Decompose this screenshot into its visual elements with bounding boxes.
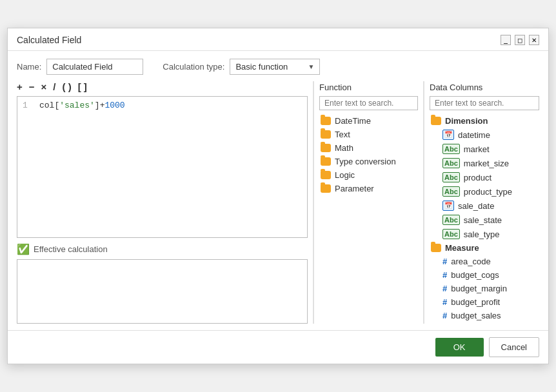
- function-item-logic[interactable]: Logic: [319, 168, 418, 182]
- chevron-down-icon: ▼: [308, 63, 315, 70]
- calc-type-select[interactable]: Basic function ▼: [230, 59, 320, 75]
- hash-icon: #: [442, 311, 447, 320]
- formula-editor[interactable]: 1 col['sales']+1000: [17, 96, 308, 238]
- col-name: product_type: [464, 187, 512, 197]
- main-area: + − × / ( ) [ ] 1 col['sales']+1000 ✅: [17, 81, 539, 324]
- calculated-field-dialog: Calculated Field ⎯ ◻ ✕ Name: Calculation…: [7, 28, 549, 364]
- function-search-input[interactable]: [319, 96, 418, 110]
- function-item-label: Type conversion: [335, 157, 396, 166]
- col-name: budget_cogs: [451, 270, 499, 280]
- col-item-budget-profit[interactable]: # budget_profit: [430, 295, 539, 309]
- col-item-area-code[interactable]: # area_code: [430, 255, 539, 268]
- description-box[interactable]: [17, 259, 308, 324]
- data-columns-panel: Data Columns Dimension 📅 datetime Abc ma…: [424, 81, 539, 324]
- abc-icon: Abc: [442, 144, 460, 154]
- check-circle-icon: ✅: [17, 243, 30, 255]
- multiply-button[interactable]: ×: [41, 81, 47, 92]
- function-item-math[interactable]: Math: [319, 141, 418, 155]
- col-name: product: [464, 173, 491, 182]
- status-row: ✅ Effective calculation: [17, 243, 308, 255]
- col-item-product-type[interactable]: Abc product_type: [430, 184, 539, 199]
- dialog-title: Calculated Field: [17, 35, 81, 45]
- abc-icon: Abc: [442, 229, 460, 239]
- dialog-footer: OK Cancel: [8, 330, 548, 364]
- name-input[interactable]: [46, 59, 143, 75]
- function-panel: Function DateTime Text Math: [314, 81, 424, 324]
- function-list: DateTime Text Math Type conversion: [319, 114, 418, 324]
- function-panel-title: Function: [319, 81, 418, 92]
- data-columns-list: Dimension 📅 datetime Abc market Abc mark…: [430, 114, 539, 324]
- col-item-market[interactable]: Abc market: [430, 142, 539, 156]
- plus-button[interactable]: +: [17, 81, 23, 92]
- col-name: sale_date: [458, 201, 494, 211]
- calc-type-value: Basic function: [235, 62, 288, 72]
- folder-icon: [431, 117, 441, 125]
- cancel-button[interactable]: Cancel: [489, 337, 539, 357]
- hash-icon: #: [442, 257, 447, 266]
- col-item-budget-cogs[interactable]: # budget_cogs: [430, 268, 539, 282]
- function-item-text[interactable]: Text: [319, 128, 418, 141]
- ok-button[interactable]: OK: [435, 338, 484, 357]
- data-columns-search-input[interactable]: [430, 96, 539, 110]
- title-bar: Calculated Field ⎯ ◻ ✕: [8, 28, 548, 51]
- col-item-budget-margin[interactable]: # budget_margin: [430, 282, 539, 295]
- hash-icon: #: [442, 298, 447, 307]
- col-item-datetime[interactable]: 📅 datetime: [430, 128, 539, 142]
- dimension-label: Dimension: [445, 116, 488, 126]
- name-label: Name:: [17, 62, 41, 72]
- status-text: Effective calculation: [34, 244, 108, 254]
- code-content: col['sales']+1000: [39, 101, 125, 110]
- col-name: datetime: [458, 130, 490, 140]
- col-item-product[interactable]: Abc product: [430, 170, 539, 184]
- window-controls: ⎯ ◻ ✕: [501, 35, 539, 45]
- col-item-budget-sales[interactable]: # budget_sales: [430, 309, 539, 322]
- folder-icon: [321, 117, 331, 125]
- data-columns-title: Data Columns: [430, 81, 539, 92]
- function-item-type-conversion[interactable]: Type conversion: [319, 155, 418, 168]
- col-item-sale-type[interactable]: Abc sale_type: [430, 227, 539, 241]
- minimize-button[interactable]: ⎯: [501, 35, 511, 45]
- restore-button[interactable]: ◻: [515, 35, 525, 45]
- folder-icon: [431, 244, 441, 252]
- abc-icon: Abc: [442, 215, 460, 225]
- col-name: market_size: [464, 159, 509, 168]
- editor-line: 1 col['sales']+1000: [23, 101, 302, 110]
- line-number: 1: [23, 101, 32, 110]
- name-group: Name:: [17, 59, 143, 75]
- calendar-icon: 📅: [442, 130, 454, 140]
- col-name: sale_state: [464, 215, 502, 225]
- divide-button[interactable]: /: [53, 81, 55, 92]
- col-name: sale_type: [464, 230, 500, 239]
- brackets-button[interactable]: [ ]: [78, 81, 87, 92]
- dimension-group-header: Dimension: [430, 114, 539, 128]
- editor-panel: + − × / ( ) [ ] 1 col['sales']+1000 ✅: [17, 81, 313, 324]
- col-item-sale-state[interactable]: Abc sale_state: [430, 213, 539, 227]
- minus-button[interactable]: −: [29, 81, 35, 92]
- col-name: budget_profit: [451, 297, 500, 307]
- hash-icon: #: [442, 284, 447, 293]
- formula-toolbar: + − × / ( ) [ ]: [17, 81, 308, 92]
- calc-type-label: Calculation type:: [163, 62, 224, 72]
- col-item-sale-date[interactable]: 📅 sale_date: [430, 199, 539, 213]
- folder-icon: [321, 184, 331, 193]
- col-name: market: [464, 144, 490, 154]
- abc-icon: Abc: [442, 172, 460, 182]
- measure-label: Measure: [445, 243, 479, 253]
- function-item-label: Text: [335, 130, 350, 139]
- measure-group-header: Measure: [430, 241, 539, 255]
- col-name: area_code: [451, 257, 490, 266]
- col-name: budget_margin: [451, 284, 507, 293]
- parens-button[interactable]: ( ): [62, 81, 71, 92]
- function-item-label: Parameter: [335, 184, 374, 193]
- col-item-market-size[interactable]: Abc market_size: [430, 156, 539, 170]
- function-item-datetime[interactable]: DateTime: [319, 114, 418, 128]
- col-name: budget_sales: [451, 311, 501, 320]
- folder-icon: [321, 144, 331, 152]
- function-item-parameter[interactable]: Parameter: [319, 182, 418, 195]
- close-button[interactable]: ✕: [529, 35, 539, 45]
- folder-icon: [321, 130, 331, 139]
- folder-icon: [321, 171, 331, 179]
- hash-icon: #: [442, 271, 447, 280]
- function-item-label: DateTime: [335, 116, 371, 126]
- top-row: Name: Calculation type: Basic function ▼: [17, 59, 539, 75]
